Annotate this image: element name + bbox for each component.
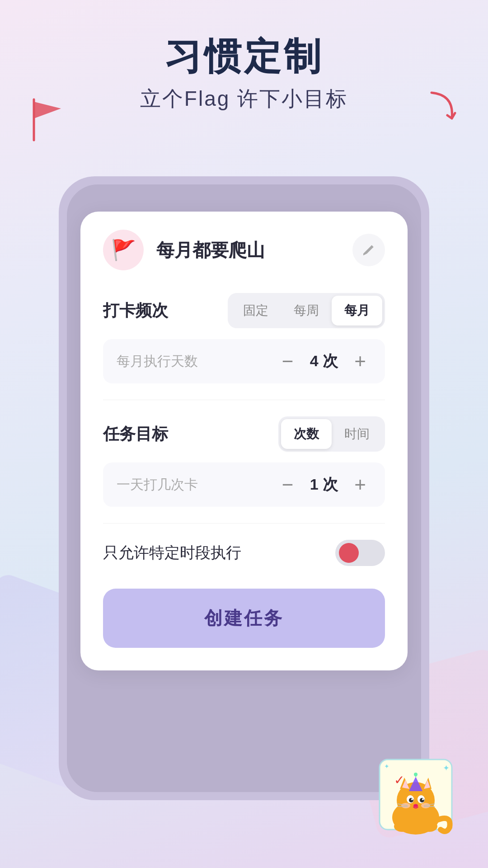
freq-btn-monthly[interactable]: 每月	[332, 296, 382, 326]
monthly-days-minus[interactable]: −	[277, 350, 299, 373]
svg-point-13	[420, 798, 424, 802]
toggle-knob	[339, 543, 359, 563]
goal-btn-count[interactable]: 次数	[281, 419, 332, 449]
daily-count-counter: − 1 次 +	[277, 473, 371, 496]
daily-count-value: 1 次	[310, 474, 338, 495]
time-restrict-label: 只允许特定时段执行	[103, 542, 241, 563]
time-restrict-row: 只允许特定时段执行	[103, 540, 385, 566]
create-task-button[interactable]: 创建任务	[103, 589, 385, 648]
monthly-days-value: 4 次	[310, 351, 338, 372]
svg-point-14	[411, 798, 413, 800]
svg-text:✓: ✓	[394, 773, 404, 787]
freq-btn-weekly[interactable]: 每周	[281, 296, 332, 326]
edit-button[interactable]	[352, 234, 385, 266]
page-subtitle: 立个Flag 许下小目标	[0, 85, 488, 113]
habit-card: 🚩 每月都要爬山 打卡频次 固定 每周 每月	[80, 212, 408, 670]
phone-frame: 🚩 每月都要爬山 打卡频次 固定 每周 每月	[59, 176, 429, 800]
habit-icon: 🚩	[103, 230, 144, 270]
daily-count-plus[interactable]: +	[349, 473, 371, 496]
task-goal-row: 任务目标 次数 时间	[103, 416, 385, 452]
habit-name: 每月都要爬山	[156, 238, 352, 263]
header: 习惯定制 立个Flag 许下小目标	[0, 0, 488, 122]
daily-count-minus[interactable]: −	[277, 473, 299, 496]
task-goal-toggle-group: 次数 时间	[278, 416, 385, 452]
page-title: 习惯定制	[0, 36, 488, 77]
time-restrict-toggle[interactable]	[335, 540, 385, 566]
habit-header-row: 🚩 每月都要爬山	[103, 230, 385, 270]
frequency-label: 打卡频次	[103, 300, 168, 322]
monthly-days-plus[interactable]: +	[349, 350, 371, 373]
divider-2	[103, 523, 385, 524]
svg-point-25	[414, 773, 418, 776]
goal-btn-time[interactable]: 时间	[332, 419, 382, 449]
task-goal-label: 任务目标	[103, 423, 168, 445]
frequency-toggle-group: 固定 每周 每月	[228, 293, 385, 328]
divider-1	[103, 400, 385, 400]
svg-text:✦: ✦	[384, 763, 389, 770]
cat-mascot: ✦ ✦ ✓	[375, 750, 465, 841]
monthly-days-label: 每月执行天数	[117, 352, 198, 371]
phone-inner: 🚩 每月都要爬山 打卡频次 固定 每周 每月	[67, 184, 421, 792]
svg-point-27	[394, 821, 410, 832]
daily-count-row: 一天打几次卡 − 1 次 +	[103, 462, 385, 507]
daily-count-label: 一天打几次卡	[117, 476, 198, 494]
monthly-days-row: 每月执行天数 − 4 次 +	[103, 339, 385, 383]
svg-text:✦: ✦	[443, 764, 450, 773]
frequency-row: 打卡频次 固定 每周 每月	[103, 293, 385, 328]
freq-btn-fixed[interactable]: 固定	[230, 296, 281, 326]
svg-point-15	[422, 798, 424, 800]
svg-point-16	[413, 804, 418, 807]
svg-point-12	[409, 798, 413, 802]
monthly-days-counter: − 4 次 +	[277, 350, 371, 373]
